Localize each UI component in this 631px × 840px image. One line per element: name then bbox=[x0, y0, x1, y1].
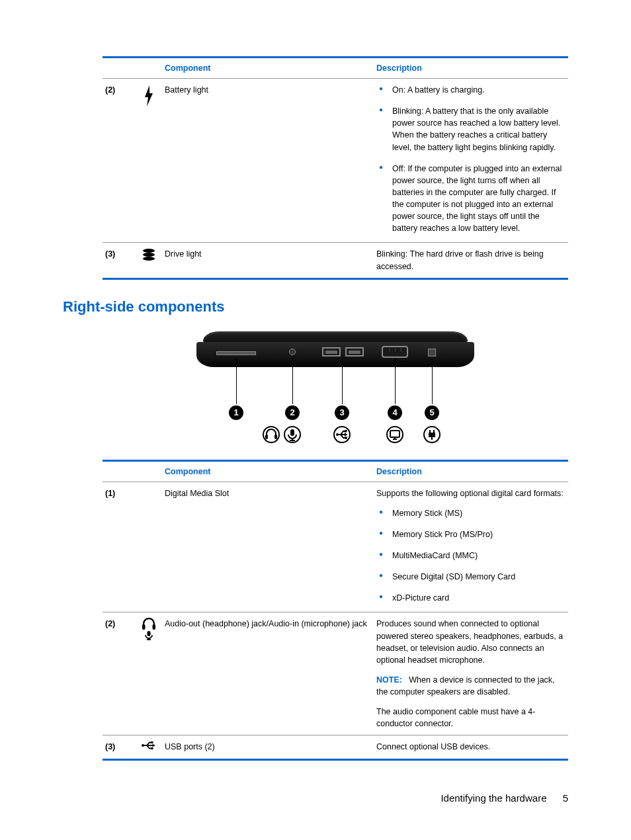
svg-point-16 bbox=[387, 427, 403, 442]
svg-marker-15 bbox=[345, 433, 347, 437]
svg-rect-27 bbox=[147, 631, 151, 636]
table-row: (2) Audio-out (headphone) jack/Audio-in … bbox=[103, 612, 568, 735]
section-heading: Right-side components bbox=[63, 298, 568, 315]
row-number: (3) bbox=[103, 735, 136, 759]
microphone-icon bbox=[282, 425, 302, 448]
monitor-icon bbox=[385, 425, 405, 448]
component-name: USB ports (2) bbox=[162, 735, 374, 759]
table1-bottom-rule bbox=[103, 278, 568, 280]
svg-rect-25 bbox=[142, 624, 146, 630]
description-list: On: A battery is charging. Blinking: A b… bbox=[376, 84, 566, 234]
svg-point-2 bbox=[143, 257, 155, 261]
row-number: (2) bbox=[103, 79, 136, 243]
drive-icon bbox=[136, 243, 162, 278]
component-name: Audio-out (headphone) jack/Audio-in (mic… bbox=[162, 612, 374, 735]
component-name: Battery light bbox=[162, 79, 374, 243]
footer-text: Identifying the hardware bbox=[441, 792, 546, 804]
svg-rect-4 bbox=[265, 435, 268, 439]
list-item: MultiMediaCard (MMC) bbox=[376, 550, 566, 562]
description-text: Produces sound when connected to optiona… bbox=[376, 618, 566, 666]
svg-rect-5 bbox=[274, 435, 277, 439]
table-row: (3) USB ports (2) Connect optional USB d… bbox=[103, 735, 568, 759]
usb-icon bbox=[332, 425, 352, 448]
table2-bottom-rule bbox=[103, 759, 568, 761]
svg-rect-32 bbox=[151, 741, 153, 743]
page-footer: Identifying the hardware 5 bbox=[441, 792, 568, 804]
list-item: xD-Picture card bbox=[376, 592, 566, 604]
table-row: (3) Drive light Blinking: The hard drive… bbox=[103, 243, 568, 278]
table2: Component Description (1) Digital Media … bbox=[103, 462, 568, 759]
svg-rect-17 bbox=[390, 431, 400, 437]
svg-rect-21 bbox=[429, 433, 435, 437]
callout-5: 5 bbox=[425, 405, 439, 420]
callout-4: 4 bbox=[388, 405, 402, 420]
component-name: Drive light bbox=[162, 243, 374, 278]
row-number: (1) bbox=[103, 482, 136, 612]
note-label: NOTE: bbox=[376, 675, 402, 685]
svg-marker-34 bbox=[153, 744, 155, 747]
table1-header-description: Description bbox=[374, 58, 568, 79]
page-content: Component Description (2) Battery light … bbox=[103, 56, 568, 761]
note-block: NOTE: When a device is connected to the … bbox=[376, 674, 566, 698]
svg-point-33 bbox=[151, 747, 153, 750]
table2-header-description: Description bbox=[374, 462, 568, 482]
table-row: (2) Battery light On: A battery is charg… bbox=[103, 79, 568, 243]
list-item: Memory Stick Pro (MS/Pro) bbox=[376, 528, 566, 540]
headphone-mic-icon bbox=[136, 612, 162, 735]
svg-point-0 bbox=[143, 249, 155, 253]
description-list: Memory Stick (MS) Memory Stick Pro (MS/P… bbox=[376, 507, 566, 605]
description-text: Connect optional USB devices. bbox=[374, 735, 568, 759]
svg-rect-7 bbox=[290, 429, 294, 436]
usb-icon bbox=[136, 735, 162, 759]
list-item: Memory Stick (MS) bbox=[376, 507, 566, 519]
extra-text: The audio component cable must have a 4-… bbox=[376, 706, 566, 730]
list-item: Blinking: A battery that is the only ava… bbox=[376, 105, 566, 153]
table-row: (1) Digital Media Slot Supports the foll… bbox=[103, 482, 568, 612]
right-side-diagram: 1 2 3 4 5 bbox=[190, 327, 481, 453]
row-number: (2) bbox=[103, 612, 136, 735]
callout-3: 3 bbox=[335, 405, 349, 420]
headphone-icon bbox=[261, 425, 281, 448]
page-number: 5 bbox=[563, 792, 568, 804]
list-item: Off: If the computer is plugged into an … bbox=[376, 163, 566, 235]
svg-rect-26 bbox=[153, 624, 156, 630]
battery-lightning-icon bbox=[136, 79, 162, 243]
table1: Component Description (2) Battery light … bbox=[103, 58, 568, 278]
svg-rect-13 bbox=[345, 430, 347, 433]
callout-1: 1 bbox=[229, 405, 243, 420]
row-number: (3) bbox=[103, 243, 136, 278]
list-item: Secure Digital (SD) Memory Card bbox=[376, 571, 566, 583]
table1-header-component: Component bbox=[162, 58, 374, 79]
description-text: Blinking: The hard drive or flash drive … bbox=[374, 243, 568, 278]
svg-point-14 bbox=[345, 437, 347, 439]
callout-2: 2 bbox=[285, 405, 300, 420]
component-name: Digital Media Slot bbox=[162, 482, 374, 612]
note-text: When a device is connected to the jack, … bbox=[376, 675, 555, 696]
svg-point-1 bbox=[143, 253, 155, 257]
table2-header-component: Component bbox=[162, 462, 374, 482]
description-intro: Supports the following optional digital … bbox=[376, 487, 566, 499]
list-item: On: A battery is charging. bbox=[376, 84, 566, 96]
power-plug-icon bbox=[422, 425, 442, 448]
